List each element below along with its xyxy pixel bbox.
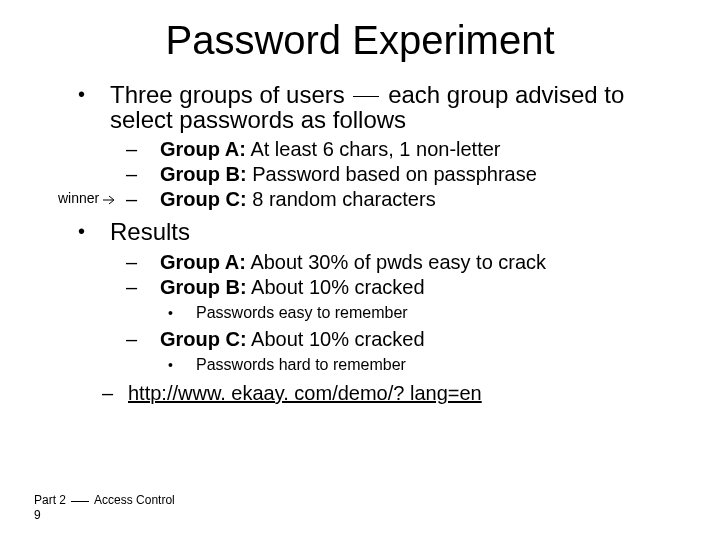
footer-line1: Part 2 Access Control bbox=[34, 493, 175, 507]
dash-icon: – bbox=[126, 276, 137, 299]
group-a: – Group A: At least 6 chars, 1 non-lette… bbox=[110, 138, 690, 161]
result-c-desc: About 10% cracked bbox=[247, 328, 425, 350]
group-b: – Group B: Password based on passphrase bbox=[110, 163, 690, 186]
result-a-desc: About 30% of pwds easy to crack bbox=[246, 251, 546, 273]
dash-icon: – bbox=[102, 382, 113, 405]
emdash-icon bbox=[353, 96, 379, 97]
result-a: – Group A: About 30% of pwds easy to cra… bbox=[110, 251, 690, 274]
footer-pre: Part 2 bbox=[34, 493, 66, 507]
intro-bullet: • Three groups of users each group advis… bbox=[54, 82, 690, 132]
slide-title: Password Experiment bbox=[0, 18, 720, 63]
group-c-label: Group C: bbox=[160, 188, 247, 210]
group-a-desc: At least 6 chars, 1 non-letter bbox=[246, 138, 501, 160]
dash-icon: – bbox=[126, 251, 137, 274]
intro-text-pre: Three groups of users bbox=[110, 81, 345, 108]
emdash-icon bbox=[71, 501, 89, 502]
demo-link[interactable]: http://www. ekaay. com/demo/? lang=en bbox=[128, 382, 482, 404]
dash-icon: – bbox=[126, 138, 137, 161]
dash-icon: – bbox=[126, 163, 137, 186]
result-c-label: Group C: bbox=[160, 328, 247, 350]
dash-icon: – bbox=[126, 188, 137, 211]
result-b-note-text: Passwords easy to remember bbox=[196, 304, 408, 321]
bullet-dot: • bbox=[168, 357, 173, 374]
footer-post: Access Control bbox=[94, 493, 175, 507]
bullet-dot: • bbox=[78, 221, 85, 242]
slide: Password Experiment • Three groups of us… bbox=[0, 0, 720, 540]
result-b-label: Group B: bbox=[160, 276, 247, 298]
group-c-desc: 8 random characters bbox=[247, 188, 436, 210]
result-b-note: • Passwords easy to remember bbox=[160, 303, 690, 322]
group-b-label: Group B: bbox=[160, 163, 247, 185]
result-b: – Group B: About 10% cracked bbox=[110, 276, 690, 299]
result-c-note: • Passwords hard to remember bbox=[160, 355, 690, 374]
page-number: 9 bbox=[34, 508, 175, 522]
result-a-label: Group A: bbox=[160, 251, 246, 273]
arrow-right-icon bbox=[103, 192, 117, 208]
winner-text: winner bbox=[58, 190, 99, 206]
group-b-desc: Password based on passphrase bbox=[247, 163, 537, 185]
bullet-dot: • bbox=[168, 305, 173, 322]
bullet-dot: • bbox=[78, 84, 85, 105]
dash-icon: – bbox=[126, 328, 137, 351]
results-label: Results bbox=[110, 218, 190, 245]
group-a-label: Group A: bbox=[160, 138, 246, 160]
winner-annotation: winner bbox=[58, 190, 117, 207]
result-c: – Group C: About 10% cracked bbox=[110, 328, 690, 351]
result-c-note-text: Passwords hard to remember bbox=[196, 356, 406, 373]
slide-body: • Three groups of users each group advis… bbox=[54, 82, 690, 407]
link-line: – http://www. ekaay. com/demo/? lang=en bbox=[94, 382, 690, 405]
result-b-desc: About 10% cracked bbox=[247, 276, 425, 298]
group-c: winner – Group C: 8 random characters bbox=[110, 188, 690, 211]
results-bullet: • Results bbox=[54, 219, 690, 244]
slide-footer: Part 2 Access Control 9 bbox=[34, 493, 175, 522]
